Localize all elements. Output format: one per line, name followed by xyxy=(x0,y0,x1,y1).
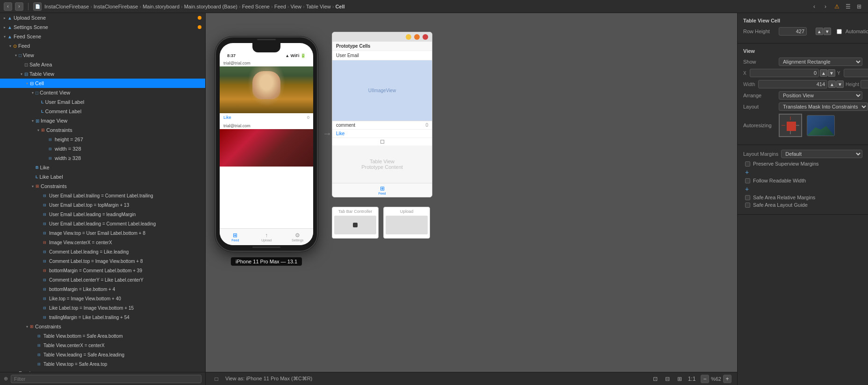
safe-area-layout-checkbox[interactable] xyxy=(745,203,750,208)
row-height-field[interactable] xyxy=(779,27,807,36)
outline-item-safearea[interactable]: ⊡ Safe Area xyxy=(0,60,205,69)
outline-item-tv-constraints[interactable]: ⊞ Constraints xyxy=(0,322,205,331)
outline-item-cell-constraints[interactable]: ⊞ Constraints xyxy=(0,182,205,191)
disclosure-cell[interactable] xyxy=(24,80,30,86)
feed-like-button-1[interactable]: Like xyxy=(223,115,231,120)
constraint-imageview-centerx[interactable]: ⊟ Image View.centerX = centerX xyxy=(0,238,205,247)
bc-4[interactable]: Main.storyboard (Base) xyxy=(184,4,237,9)
grid-view-icon[interactable]: ⊞ xyxy=(854,1,864,12)
back-button[interactable]: ‹ xyxy=(4,2,12,11)
outline-item-settings-scene[interactable]: ▲ Settings Scene xyxy=(0,22,205,32)
like-detail-label[interactable]: Like xyxy=(336,131,344,136)
canvas-fit-icon[interactable]: ⊡ xyxy=(650,374,660,384)
tab-upload[interactable]: ↑ Upload xyxy=(251,229,282,245)
outline-item-view[interactable]: □ View xyxy=(0,51,205,60)
constraint-tv-centerx[interactable]: ⊟ Table View.centerX = centerX xyxy=(0,341,205,350)
zoom-actual-icon[interactable]: 1:1 xyxy=(687,374,697,384)
nav-forward-icon[interactable]: › xyxy=(820,1,831,12)
width-down[interactable]: ▼ xyxy=(836,80,844,88)
zoom-in-button[interactable]: + xyxy=(723,375,732,383)
disclosure-upload[interactable] xyxy=(2,15,7,21)
scene-dot-yellow[interactable] xyxy=(406,34,411,40)
height-field[interactable] xyxy=(861,80,868,88)
x-down[interactable]: ▼ xyxy=(828,69,835,77)
layout-select[interactable]: Translates Mask Into Constraints xyxy=(779,102,868,111)
detail-tab-feed[interactable]: ⊞ Feed xyxy=(332,185,432,195)
bc-5[interactable]: Feed Scene xyxy=(242,4,270,9)
disclosure-cell-constraints[interactable] xyxy=(30,183,36,189)
disclosure-view[interactable] xyxy=(13,52,19,58)
warning-icon[interactable]: ⚠ xyxy=(832,1,842,12)
filter-input[interactable] xyxy=(11,375,201,383)
y-field[interactable] xyxy=(844,69,868,77)
selection-handle[interactable] xyxy=(380,140,384,144)
constraint-trailing-margin[interactable]: ⊟ trailingMargin = Like Label.trailing +… xyxy=(0,312,205,322)
constraint-email-leading2[interactable]: ⊟ User Email Label.leading = Comment Lab… xyxy=(0,219,205,228)
outline-item-contentview[interactable]: □ Content View xyxy=(0,88,205,97)
zoom-out-button[interactable]: − xyxy=(701,375,709,383)
disclosure-imageview[interactable] xyxy=(30,118,36,123)
bc-7[interactable]: View xyxy=(290,4,301,9)
scene-dot-orange[interactable] xyxy=(414,34,420,40)
outline-item-imageview[interactable]: ⊞ Image View xyxy=(0,116,205,125)
constraint-likelabel-top[interactable]: ⊟ Like Label.top = Image View.bottom + 1… xyxy=(0,303,205,312)
constraint-like-top[interactable]: ⊟ Like.top = Image View.bottom + 40 xyxy=(0,294,205,303)
constraint-email-leading[interactable]: ⊟ User Email Label.leading = leadingMarg… xyxy=(0,210,205,219)
file-icon[interactable]: 📄 xyxy=(33,2,42,11)
constraint-tv-leading[interactable]: ⊟ Table View.leading = Safe Area.leading xyxy=(0,350,205,359)
disclosure-contentview[interactable] xyxy=(30,90,36,95)
outline-item-like-label[interactable]: L Like Label xyxy=(0,172,205,182)
bc-1[interactable]: InstaCloneFirebase xyxy=(44,4,89,9)
constraint-bottom-margin[interactable]: ⊟ bottomMargin = Comment Label.bottom + … xyxy=(0,266,205,275)
zoom-selection-icon[interactable]: ⊞ xyxy=(674,374,685,384)
outline-item-tableview[interactable]: ⊟ Table View xyxy=(0,69,205,79)
forward-button[interactable]: › xyxy=(15,2,23,11)
list-view-icon[interactable]: ☰ xyxy=(843,1,853,12)
constraint-bottom-like[interactable]: ⊟ bottomMargin = Like.bottom + 4 xyxy=(0,284,205,294)
preserve-superview-checkbox[interactable] xyxy=(745,161,750,167)
bc-3[interactable]: Main.storyboard xyxy=(143,4,179,9)
disclosure-tv-constraints[interactable] xyxy=(24,324,30,329)
outline-item-comment-label[interactable]: L Comment Label xyxy=(0,107,205,116)
outline-item-feed-obj[interactable]: ★ Feed xyxy=(0,369,205,372)
arrange-select[interactable]: Position View xyxy=(779,91,862,100)
row-height-down[interactable]: ▼ xyxy=(824,28,831,35)
constraint-imageview-top[interactable]: ⊟ Image View.top = User Email Label.bott… xyxy=(0,228,205,238)
constraint-email-top[interactable]: ⊟ User Email Label.top = topMargin + 13 xyxy=(0,200,205,210)
constraint-comment-leading[interactable]: ⊟ Comment Label.leading = Like.leading xyxy=(0,247,205,256)
outline-item-width-constraint[interactable]: ⊟ width = 328 xyxy=(0,144,205,153)
zoom-to-fit-icon[interactable]: ⊟ xyxy=(662,374,673,384)
bc-2[interactable]: InstaCloneFirebase xyxy=(93,4,138,9)
layout-margins-select[interactable]: Default xyxy=(781,150,862,158)
automatic-checkbox[interactable] xyxy=(837,29,842,34)
constraint-email-trailing[interactable]: ⊟ User Email Label.trailing = Comment La… xyxy=(0,191,205,200)
width-up[interactable]: ▲ xyxy=(828,80,836,88)
tab-settings[interactable]: ⚙ Settings xyxy=(282,229,313,245)
outline-item-email-label[interactable]: L User Email Label xyxy=(0,97,205,107)
disclosure-iv-constraints[interactable] xyxy=(36,127,41,133)
autosizing-box[interactable] xyxy=(779,114,802,137)
follow-readable-checkbox[interactable] xyxy=(745,178,750,183)
outline-item-imageview-constraints[interactable]: ⊞ Constraints xyxy=(0,125,205,135)
scene-dot-red[interactable] xyxy=(423,34,428,40)
outline-item-upload-scene[interactable]: ▲ Upload Scene xyxy=(0,13,205,22)
bc-6[interactable]: Feed xyxy=(274,4,286,9)
constraint-tv-top[interactable]: ⊟ Table View.top = Safe Area.top xyxy=(0,359,205,369)
constraint-tv-bottom[interactable]: ⊟ Table View.bottom = Safe Area.bottom xyxy=(0,331,205,341)
disclosure-tableview[interactable] xyxy=(19,71,24,77)
add-follow-btn[interactable]: + xyxy=(743,185,751,193)
show-select[interactable]: Alignment Rectangle xyxy=(779,58,862,66)
x-field[interactable] xyxy=(750,69,819,77)
outline-item-feed[interactable]: ⊙ Feed xyxy=(0,41,205,51)
constraint-comment-top[interactable]: ⊟ Comment Label.top = Image View.bottom … xyxy=(0,256,205,266)
disclosure-settings[interactable] xyxy=(2,24,7,30)
disclosure-feed-scene[interactable] xyxy=(2,34,7,39)
constraint-comment-centery[interactable]: ⊟ Comment Label.centerY = Like Label.cen… xyxy=(0,275,205,284)
disclosure-feed[interactable] xyxy=(7,43,13,49)
outline-item-like-btn[interactable]: B Like xyxy=(0,163,205,172)
row-height-up[interactable]: ▲ xyxy=(816,28,823,35)
safe-area-relative-checkbox[interactable] xyxy=(745,195,750,200)
outline-item-width-gte-constraint[interactable]: ⊟ width ≥ 328 xyxy=(0,153,205,163)
width-field[interactable] xyxy=(758,80,827,88)
x-up[interactable]: ▲ xyxy=(820,69,827,77)
